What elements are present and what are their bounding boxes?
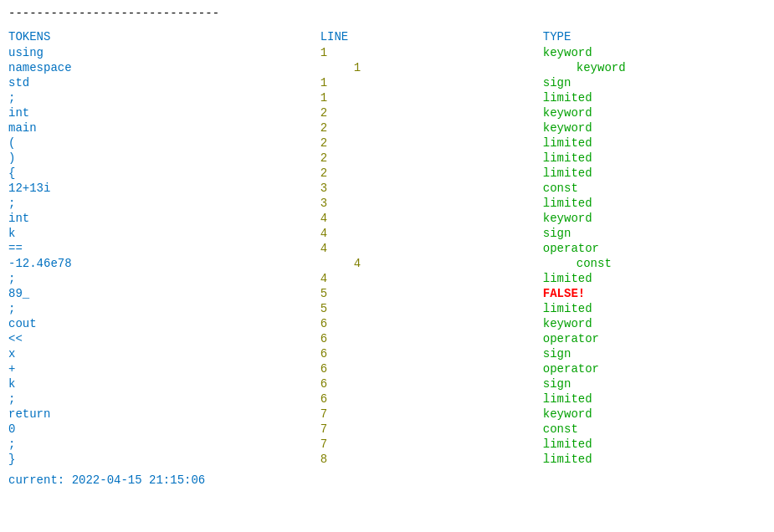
line-value: 4	[320, 227, 327, 240]
table-row: int4keyword	[8, 211, 766, 226]
line-value: 6	[320, 317, 327, 330]
table-row: (2limited	[8, 136, 766, 151]
type-cell: limited	[543, 151, 766, 166]
type-cell: keyword	[543, 105, 766, 120]
type-value: limited	[543, 437, 592, 451]
type-cell: limited	[543, 271, 766, 286]
type-cell: limited	[543, 452, 766, 467]
token-value: -12.46e78	[8, 257, 72, 270]
line-value: 5	[320, 287, 327, 300]
line-value: 6	[320, 377, 327, 391]
type-value: FALSE!	[543, 287, 585, 300]
type-cell: limited	[543, 90, 766, 105]
line-cell: 4	[320, 211, 543, 226]
token-cell: 89_	[8, 286, 320, 301]
token-cell: using	[8, 45, 320, 60]
token-value: )	[8, 151, 15, 165]
type-value: const	[543, 257, 612, 270]
type-value: limited	[543, 151, 592, 165]
token-cell: ;	[8, 196, 320, 211]
type-cell: keyword	[543, 120, 766, 136]
token-cell: +	[8, 361, 320, 376]
type-cell: operator	[543, 241, 766, 256]
type-cell: limited	[543, 301, 766, 316]
line-cell: 6	[320, 391, 543, 407]
token-value: 0	[8, 422, 15, 436]
type-value: keyword	[543, 106, 592, 120]
type-value: limited	[543, 91, 592, 105]
token-value: ;	[8, 272, 15, 285]
token-value: cout	[8, 317, 37, 330]
type-cell: limited	[543, 437, 766, 452]
line-cell: 4	[320, 256, 543, 271]
table-row: }8limited	[8, 452, 766, 467]
type-value: keyword	[543, 61, 626, 74]
token-cell: ;	[8, 90, 320, 105]
line-value: 6	[320, 332, 327, 345]
table-row: int2keyword	[8, 105, 766, 120]
line-value: 1	[320, 46, 327, 59]
line-value: 2	[320, 151, 327, 165]
table-row: return7keyword	[8, 407, 766, 422]
token-cell: k	[8, 376, 320, 391]
line-value: 2	[320, 166, 327, 180]
table-row: k6sign	[8, 376, 766, 391]
line-value: 2	[320, 106, 327, 120]
footer-timestamp: 2022-04-15 21:15:06	[72, 473, 206, 487]
table-row: ==4operator	[8, 241, 766, 256]
token-value: 89_	[8, 287, 29, 300]
line-value: 2	[320, 136, 327, 150]
type-cell: operator	[543, 361, 766, 376]
type-cell: FALSE!	[543, 286, 766, 301]
type-value: sign	[543, 76, 572, 90]
line-cell: 1	[320, 75, 543, 90]
token-value: ;	[8, 437, 15, 451]
table-row: std1sign	[8, 75, 766, 90]
type-cell: sign	[543, 226, 766, 241]
type-value: limited	[543, 197, 592, 210]
table-row: <<6operator	[8, 331, 766, 346]
token-cell: -12.46e78	[8, 256, 320, 271]
table-row: ;7limited	[8, 437, 766, 452]
token-value: ;	[8, 91, 15, 105]
type-value: limited	[543, 453, 592, 466]
table-row: ;6limited	[8, 391, 766, 407]
token-cell: ;	[8, 391, 320, 407]
token-cell: cout	[8, 316, 320, 331]
token-cell: )	[8, 151, 320, 166]
type-cell: keyword	[543, 407, 766, 422]
type-value: keyword	[543, 46, 592, 59]
table-row: )2limited	[8, 151, 766, 166]
type-value: limited	[543, 272, 592, 285]
table-row: using1keyword	[8, 45, 766, 60]
type-value: const	[543, 182, 578, 195]
line-value: 6	[320, 392, 327, 406]
type-value: keyword	[543, 212, 592, 225]
line-cell: 2	[320, 136, 543, 151]
table-row: main2keyword	[8, 120, 766, 136]
type-cell: const	[543, 422, 766, 437]
token-cell: main	[8, 120, 320, 136]
type-value: limited	[543, 166, 592, 180]
line-cell: 2	[320, 151, 543, 166]
table-row: {2limited	[8, 166, 766, 181]
token-value: {	[8, 166, 15, 180]
token-cell: ==	[8, 241, 320, 256]
line-cell: 1	[320, 60, 543, 75]
type-value: keyword	[543, 317, 592, 330]
line-cell: 1	[320, 90, 543, 105]
type-value: sign	[543, 227, 572, 240]
token-value: ==	[8, 242, 23, 255]
type-cell: limited	[543, 391, 766, 407]
line-value: 3	[320, 197, 327, 210]
line-value: 4	[320, 257, 361, 270]
line-cell: 5	[320, 286, 543, 301]
line-value: 2	[320, 121, 327, 135]
token-value: std	[8, 76, 29, 90]
line-cell: 2	[320, 120, 543, 136]
type-cell: limited	[543, 166, 766, 181]
type-value: limited	[543, 392, 592, 406]
type-value: keyword	[543, 121, 592, 135]
line-cell: 5	[320, 301, 543, 316]
line-value: 4	[320, 212, 327, 225]
